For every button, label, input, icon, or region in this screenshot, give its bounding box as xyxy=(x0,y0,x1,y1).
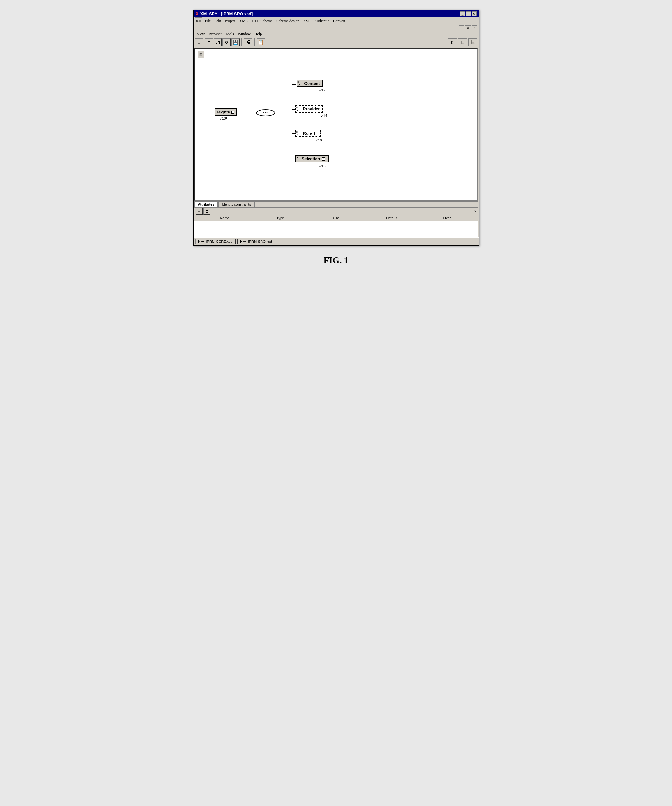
menu-schemadesign[interactable]: Schema design xyxy=(274,18,301,24)
figure-caption: FIG. 1 xyxy=(324,255,348,265)
menu-edit[interactable]: Edit xyxy=(213,18,223,24)
content-num-label: ↙12 xyxy=(319,88,326,92)
menu-authentic[interactable]: Authentic xyxy=(312,18,331,24)
maximize-button[interactable]: □ xyxy=(466,12,471,16)
selection-label: Selection xyxy=(302,156,320,161)
selection-corner-icon: ↗ xyxy=(296,156,299,159)
rule-expand-btn[interactable]: + xyxy=(314,132,317,135)
col-name: Name xyxy=(197,216,253,220)
taskbar-tab-core-icon: 850 xyxy=(198,239,205,243)
toolbar-separator-1 xyxy=(241,38,242,46)
taskbar-tab-iprm-sro[interactable]: 850 IPRM-SRO.xsd xyxy=(237,239,275,244)
panel-list-icon-1[interactable]: ≡ xyxy=(196,208,203,215)
col-use: Use xyxy=(308,216,364,220)
menu-xsl[interactable]: XSL xyxy=(301,18,312,24)
rights-node[interactable]: Rights − xyxy=(215,108,237,116)
save-folder-button[interactable]: 🗂 xyxy=(213,38,222,46)
title-bar: X XMLSPY - [IPRM-SRO.xsd] _ □ × xyxy=(194,10,479,17)
view-btn-2[interactable]: Ľ xyxy=(458,38,467,46)
minimize-button[interactable]: _ xyxy=(460,12,465,16)
title-bar-left: X XMLSPY - [IPRM-SRO.xsd] xyxy=(196,11,253,16)
taskbar-tab-iprm-core[interactable]: 850 IPRM-CORE.xsd xyxy=(195,239,236,244)
schema-canvas: 囯 xyxy=(195,49,477,200)
menu-xml[interactable]: XML xyxy=(237,18,250,24)
selection-expand-btn[interactable]: + xyxy=(322,157,325,160)
selection-num-label: ↙18 xyxy=(319,164,326,168)
schema-toolbar-icon[interactable]: 囯 xyxy=(198,51,204,58)
print-button[interactable]: 🖨 xyxy=(244,38,252,46)
menu-convert[interactable]: Convert xyxy=(331,18,347,24)
menu-window[interactable]: Window xyxy=(236,31,253,37)
tab-identity-constraints[interactable]: Identity constraints xyxy=(218,202,254,207)
main-window: X XMLSPY - [IPRM-SRO.xsd] _ □ × 850 File… xyxy=(193,10,479,246)
taskbar-tab-sro-icon: 850 xyxy=(240,239,247,243)
rule-corner-icon: ≡↗ xyxy=(296,130,299,136)
panel-list-icon-2[interactable]: ≣ xyxy=(203,208,210,215)
window-controls: _ □ × xyxy=(460,12,477,16)
refresh-button[interactable]: ↻ xyxy=(223,38,231,46)
col-type: Type xyxy=(253,216,308,220)
col-default: Default xyxy=(364,216,419,220)
paste-button[interactable]: 📋 xyxy=(257,38,265,46)
rights-label: Rights xyxy=(217,110,230,114)
menu-help[interactable]: Help xyxy=(253,31,264,37)
app-icon: X xyxy=(196,11,198,16)
menu-view[interactable]: View xyxy=(195,31,207,37)
content-corner-icon: ≡↗ xyxy=(298,81,300,86)
rights-num-label: ↙10 xyxy=(219,116,226,121)
file-menu-icon: 850 xyxy=(195,18,202,25)
new-button[interactable]: □ xyxy=(195,38,203,46)
taskbar: 850 IPRM-CORE.xsd 850 IPRM-SRO.xsd xyxy=(194,238,479,245)
provider-node[interactable]: ≡↗ Provider xyxy=(296,105,323,112)
panel-tabs-row: Attributes Identity constraints xyxy=(195,202,478,208)
provider-corner-icon: ≡↗ xyxy=(296,106,299,112)
panel-close-button[interactable]: × xyxy=(474,209,477,214)
connector-lines xyxy=(195,49,477,200)
content-node[interactable]: ≡↗ Content xyxy=(297,80,323,87)
window-title: XMLSPY - [IPRM-SRO.xsd] xyxy=(200,12,253,16)
bottom-panel: Attributes Identity constraints ≡ ≣ × Na… xyxy=(195,201,478,237)
view-btn-3[interactable]: łЕ xyxy=(468,38,477,46)
provider-label: Provider xyxy=(303,106,320,111)
col-fixed: Fixed xyxy=(419,216,475,220)
view-btn-1[interactable]: Ľ xyxy=(448,38,457,46)
sub-minimize-btn[interactable]: − xyxy=(459,25,464,30)
panel-icon-group: ≡ ≣ xyxy=(196,208,210,215)
save-button[interactable]: 💾 xyxy=(231,38,239,46)
open-button[interactable]: 🗁 xyxy=(205,38,213,46)
rule-node[interactable]: ≡↗ Rule + xyxy=(296,130,320,137)
panel-toolbar: ≡ ≣ × xyxy=(195,208,478,215)
rights-expand-btn[interactable]: − xyxy=(231,111,234,114)
menu-browser[interactable]: Browser xyxy=(207,31,224,37)
menu-dtdschema[interactable]: DTD/Schema xyxy=(250,18,274,24)
menu-row-2: View Browser Tools Window Help xyxy=(194,31,479,38)
sub-window-controls: − ⧉ × xyxy=(194,25,479,31)
taskbar-tab-core-label: IPRM-CORE.xsd xyxy=(206,239,233,243)
toolbar: □ 🗁 🗂 ↻ 💾 🖨 📋 Ľ Ľ łЕ xyxy=(194,38,479,47)
rule-num-label: ↙16 xyxy=(315,138,322,142)
schema-canvas-area: 囯 xyxy=(195,48,478,201)
attributes-table-body xyxy=(195,221,478,237)
close-button[interactable]: × xyxy=(472,12,477,16)
attributes-table-header: Name Type Use Default Fixed xyxy=(195,215,478,221)
menu-row-1: 850 File Edit Project XML DTD/Schema Sch… xyxy=(194,17,479,25)
connector-dots: ••• xyxy=(263,111,268,116)
sequence-connector: ••• xyxy=(256,109,275,116)
provider-num-label: ↙14 xyxy=(320,114,327,118)
rule-label: Rule xyxy=(303,131,312,136)
taskbar-tab-sro-label: IPRM-SRO.xsd xyxy=(248,239,272,243)
selection-node[interactable]: ↗ Selection + xyxy=(296,155,329,162)
sub-restore-btn[interactable]: ⧉ xyxy=(465,25,471,30)
sub-close-btn[interactable]: × xyxy=(472,25,477,30)
toolbar-separator-2 xyxy=(254,38,255,46)
menu-file[interactable]: File xyxy=(203,18,213,24)
file-buttons: 🗁 🗂 ↻ 💾 xyxy=(205,38,239,46)
menu-project[interactable]: Project xyxy=(223,18,237,24)
tab-attributes[interactable]: Attributes xyxy=(195,202,218,207)
menu-tools[interactable]: Tools xyxy=(223,31,236,37)
content-label: Content xyxy=(304,81,320,86)
